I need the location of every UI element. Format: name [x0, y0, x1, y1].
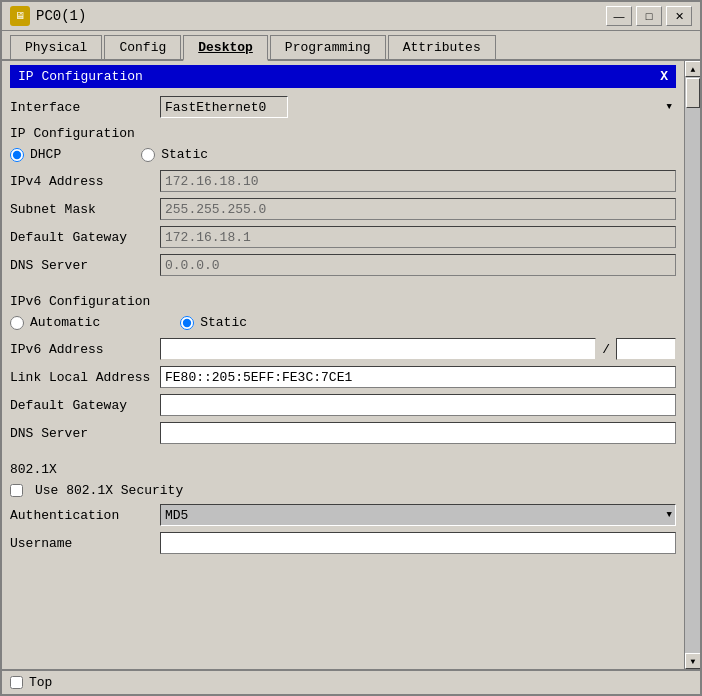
ipv6-addr-row: IPv6 Address /	[10, 338, 676, 360]
subnet-row: Subnet Mask	[10, 198, 676, 220]
title-bar: 🖥 PC0(1) — □ ✕	[2, 2, 700, 31]
window-controls: — □ ✕	[606, 6, 692, 26]
ip-config-close[interactable]: X	[660, 69, 668, 84]
dns-row: DNS Server	[10, 254, 676, 276]
dns6-row: DNS Server	[10, 422, 676, 444]
gateway-input[interactable]	[160, 226, 676, 248]
interface-label: Interface	[10, 100, 160, 115]
auth-select[interactable]: MD5	[160, 504, 676, 526]
scroll-up-button[interactable]: ▲	[685, 61, 700, 77]
scroll-thumb[interactable]	[686, 78, 700, 108]
minimize-button[interactable]: —	[606, 6, 632, 26]
title-bar-left: 🖥 PC0(1)	[10, 6, 86, 26]
gw6-row: Default Gateway	[10, 394, 676, 416]
automatic-option: Automatic	[10, 315, 100, 330]
dns6-label: DNS Server	[10, 426, 160, 441]
static6-option: Static	[180, 315, 247, 330]
ipv6-slash: /	[602, 342, 610, 357]
top-label: Top	[29, 675, 52, 690]
ip-config-header: IP Configuration X	[10, 65, 676, 88]
scrollbar: ▲ ▼	[684, 61, 700, 669]
static6-radio[interactable]	[180, 316, 194, 330]
auth-row: Authentication MD5	[10, 504, 676, 526]
tab-desktop[interactable]: Desktop	[183, 35, 268, 61]
app-icon: 🖥	[10, 6, 30, 26]
dns-label: DNS Server	[10, 258, 160, 273]
content-area: IP Configuration X Interface FastEtherne…	[2, 61, 700, 669]
interface-row: Interface FastEthernet0	[10, 96, 676, 118]
tab-bar: Physical Config Desktop Programming Attr…	[2, 31, 700, 61]
ipv4-input[interactable]	[160, 170, 676, 192]
subnet-label: Subnet Mask	[10, 202, 160, 217]
scroll-track	[685, 77, 700, 653]
panel-content: IP Configuration X Interface FastEtherne…	[2, 61, 684, 669]
static6-label: Static	[200, 315, 247, 330]
ip-config-title: IP Configuration	[18, 69, 143, 84]
scroll-down-button[interactable]: ▼	[685, 653, 700, 669]
automatic-label: Automatic	[30, 315, 100, 330]
username-row: Username	[10, 532, 676, 554]
ipv6-mode-row: Automatic Static	[10, 315, 676, 330]
dhcp-option: DHCP	[10, 147, 61, 162]
automatic-radio[interactable]	[10, 316, 24, 330]
static-option: Static	[141, 147, 208, 162]
username-label: Username	[10, 536, 160, 551]
gateway-label: Default Gateway	[10, 230, 160, 245]
link-local-label: Link Local Address	[10, 370, 160, 385]
main-panel: IP Configuration X Interface FastEtherne…	[2, 61, 684, 669]
interface-select[interactable]: FastEthernet0	[160, 96, 288, 118]
link-local-input[interactable]	[160, 366, 676, 388]
ipv6-addr-label: IPv6 Address	[10, 342, 160, 357]
use-security-label: Use 802.1X Security	[35, 483, 183, 498]
static-radio[interactable]	[141, 148, 155, 162]
maximize-button[interactable]: □	[636, 6, 662, 26]
tab-attributes[interactable]: Attributes	[388, 35, 496, 59]
tab-physical[interactable]: Physical	[10, 35, 102, 59]
tab-programming[interactable]: Programming	[270, 35, 386, 59]
gateway-row: Default Gateway	[10, 226, 676, 248]
static-label: Static	[161, 147, 208, 162]
dns-input[interactable]	[160, 254, 676, 276]
link-local-row: Link Local Address	[10, 366, 676, 388]
ipv4-label: IPv4 Address	[10, 174, 160, 189]
ipv6-config-section-label: IPv6 Configuration	[10, 294, 676, 309]
ipv6-prefix-input[interactable]	[616, 338, 676, 360]
tab-config[interactable]: Config	[104, 35, 181, 59]
top-checkbox[interactable]	[10, 676, 23, 689]
bottom-bar: Top	[2, 669, 700, 694]
dns6-input[interactable]	[160, 422, 676, 444]
ieee-section-label: 802.1X	[10, 462, 676, 477]
auth-label: Authentication	[10, 508, 160, 523]
use-security-row: Use 802.1X Security	[10, 483, 676, 498]
subnet-input[interactable]	[160, 198, 676, 220]
auth-select-wrapper: MD5	[160, 504, 676, 526]
username-input[interactable]	[160, 532, 676, 554]
ip-config-section-label: IP Configuration	[10, 126, 676, 141]
gw6-label: Default Gateway	[10, 398, 160, 413]
ipv6-addr-input[interactable]	[160, 338, 596, 360]
use-security-checkbox[interactable]	[10, 484, 23, 497]
gw6-input[interactable]	[160, 394, 676, 416]
ipv4-row: IPv4 Address	[10, 170, 676, 192]
close-button[interactable]: ✕	[666, 6, 692, 26]
dhcp-radio[interactable]	[10, 148, 24, 162]
window-title: PC0(1)	[36, 8, 86, 24]
interface-select-wrapper: FastEthernet0	[160, 96, 676, 118]
ip-mode-row: DHCP Static	[10, 147, 676, 162]
dhcp-label: DHCP	[30, 147, 61, 162]
main-window: 🖥 PC0(1) — □ ✕ Physical Config Desktop P…	[0, 0, 702, 696]
